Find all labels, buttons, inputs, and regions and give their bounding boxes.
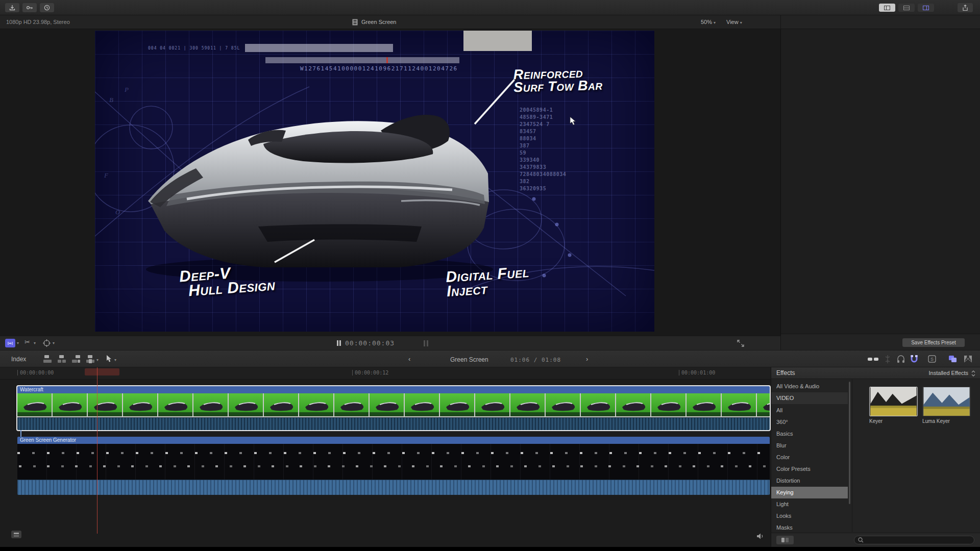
- browser-toggle-button[interactable]: [879, 4, 895, 12]
- timeline-appearance-button[interactable]: [11, 531, 21, 538]
- installed-effects-popup[interactable]: Installed Effects: [929, 370, 968, 376]
- effects-browser-toggle-icon[interactable]: [948, 355, 958, 363]
- filmstrip-frame: [440, 393, 474, 416]
- inspector-toggle-button[interactable]: [918, 4, 934, 12]
- connect-edit-icon[interactable]: [43, 355, 52, 363]
- view-dropdown[interactable]: View ▾: [726, 19, 742, 25]
- clip-green-screen-generator[interactable]: Green Screen Generator: [17, 437, 770, 495]
- trim-tool-button[interactable]: [5, 339, 15, 347]
- category-all-video-audio[interactable]: All Video & Audio: [771, 381, 848, 392]
- next-project-button[interactable]: ›: [586, 355, 588, 363]
- ruler-tick: 00:00:01:00: [679, 370, 715, 375]
- generator-audio: [17, 480, 770, 495]
- pause-icon-bar2: [339, 340, 341, 346]
- audio-meter-left[interactable]: [424, 340, 425, 346]
- audio-skimming-icon[interactable]: [897, 355, 905, 363]
- category-360[interactable]: 360°: [771, 416, 848, 428]
- playhead[interactable]: [97, 367, 97, 534]
- chevron-down-icon[interactable]: ▾: [34, 341, 36, 345]
- ruler-selection-range: [85, 368, 119, 375]
- audio-meter-right: [427, 340, 428, 346]
- project-name[interactable]: Green Screen: [450, 356, 488, 363]
- effect-keyer-thumb[interactable]: [869, 387, 918, 416]
- solo-icon[interactable]: S: [928, 355, 936, 363]
- import-media-button[interactable]: [5, 3, 19, 12]
- transform-tool-button[interactable]: [43, 339, 51, 347]
- chevron-down-icon: ▾: [714, 20, 716, 25]
- overwrite-edit-icon[interactable]: [86, 355, 95, 363]
- category-all[interactable]: All: [771, 405, 848, 416]
- mute-speaker-icon[interactable]: [756, 533, 765, 540]
- keyword-editor-button[interactable]: [22, 3, 37, 12]
- effect-keyer-label: Keyer: [869, 418, 883, 424]
- filmstrip-frame: [687, 393, 721, 416]
- chevron-down-icon[interactable]: ▾: [53, 341, 55, 345]
- clip-title: Watercraft: [17, 386, 770, 393]
- generator-marks-row: [17, 452, 770, 454]
- hud-bar-marker: [386, 57, 388, 63]
- skimming-icon[interactable]: [884, 355, 891, 364]
- effect-luma-keyer-thumb[interactable]: [922, 387, 971, 416]
- chevron-down-icon[interactable]: ▾: [17, 341, 19, 345]
- serial-number: W1276145410000012410962171124001204726: [300, 65, 458, 72]
- category-masks[interactable]: Masks: [771, 522, 848, 534]
- category-scrollbar[interactable]: [849, 382, 850, 504]
- filmstrip-frame: [405, 393, 439, 416]
- filmstrip-frame: [370, 393, 404, 416]
- category-looks[interactable]: Looks: [771, 510, 848, 522]
- previous-project-button[interactable]: ‹: [408, 355, 410, 363]
- category-light[interactable]: Light: [771, 498, 848, 510]
- video-audio-filter-button[interactable]: [776, 536, 794, 544]
- index-button[interactable]: Index: [11, 356, 26, 363]
- chevron-down-icon[interactable]: ▾: [96, 358, 99, 362]
- category-color-presets[interactable]: Color Presets: [771, 463, 848, 475]
- video-frame[interactable]: BOPF: [95, 31, 654, 332]
- mouse-cursor: [570, 116, 577, 126]
- category-distortion[interactable]: Distortion: [771, 475, 848, 487]
- clip-audio-waveform: [17, 417, 770, 430]
- spec-numbers: 20045894-148589-34712347524 783457880343…: [520, 107, 566, 193]
- gray-overlay-rect: [463, 31, 532, 51]
- transitions-browser-toggle-icon[interactable]: [964, 355, 972, 363]
- background-tasks-button[interactable]: [40, 3, 54, 12]
- filmstrip-frame: [264, 393, 298, 416]
- timeline-toggle-button[interactable]: [898, 4, 915, 12]
- final-cut-pro-window: 1080p HD 23.98p, Stereo Green Screen 50%…: [0, 0, 980, 551]
- clip-skimming-icon[interactable]: [868, 356, 879, 363]
- append-edit-icon[interactable]: [71, 355, 81, 363]
- label-tow-bar: Reinforced Surf Tow Bar: [513, 66, 602, 94]
- category-keying[interactable]: Keying: [771, 487, 848, 498]
- category-basics[interactable]: Basics: [771, 428, 848, 440]
- pause-icon[interactable]: [337, 340, 338, 346]
- effects-browser: Effects Installed Effects All Video & Au…: [771, 367, 980, 547]
- insert-edit-icon[interactable]: [57, 355, 66, 363]
- timeline-icon: [903, 6, 910, 10]
- filmstrip-frame: [17, 393, 52, 416]
- category-color[interactable]: Color: [771, 452, 848, 463]
- label-fuel: Digital Fuel Inject: [445, 265, 530, 298]
- viewer-title: Green Screen: [361, 19, 396, 25]
- blade-tool-button[interactable]: ✂: [24, 338, 30, 346]
- category-blur[interactable]: Blur: [771, 440, 848, 452]
- timeline-ruler[interactable]: 00:00:00:00 00:00:00:12 00:00:01:00: [0, 367, 771, 380]
- hud-bar-1: [245, 44, 393, 52]
- filmstrip-frame: [510, 393, 545, 416]
- save-effects-preset-button[interactable]: Save Effects Preset: [902, 338, 965, 347]
- filmstrip-frame: [193, 393, 228, 416]
- zoom-level-dropdown[interactable]: 50% ▾: [701, 19, 716, 25]
- snapping-icon[interactable]: [910, 355, 918, 363]
- effects-browser-header: Effects Installed Effects: [771, 367, 980, 379]
- select-tool-button[interactable]: [106, 355, 112, 363]
- top-toolbar: [0, 0, 980, 15]
- playhead-timecode: 00:00:00:03: [345, 339, 395, 347]
- share-button[interactable]: [958, 3, 973, 12]
- clip-watercraft[interactable]: Watercraft: [17, 386, 770, 430]
- category-video-section[interactable]: VIDEO: [771, 392, 848, 404]
- chevron-down-icon[interactable]: ▾: [114, 358, 116, 362]
- up-down-chevrons-icon: [971, 370, 975, 377]
- effects-search-field[interactable]: [854, 536, 974, 544]
- timeline-area[interactable]: Watercraft: [0, 380, 771, 547]
- fullscreen-icon[interactable]: [737, 340, 744, 347]
- project-position: 01:06 / 01:08: [510, 357, 561, 363]
- search-input[interactable]: [866, 537, 974, 544]
